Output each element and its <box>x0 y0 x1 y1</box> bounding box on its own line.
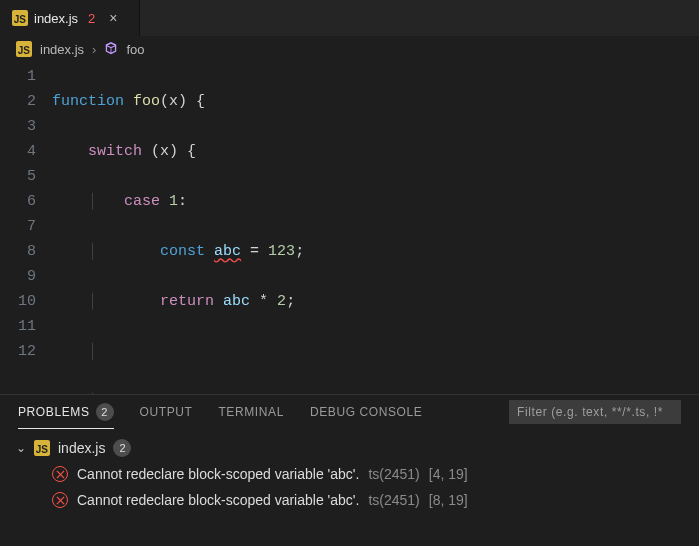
code-line: │ const abc = 123; <box>52 239 699 264</box>
problem-code: ts(2451) <box>368 492 419 508</box>
problems-file-count: 2 <box>113 439 131 457</box>
breadcrumb-file[interactable]: index.js <box>40 42 84 57</box>
symbol-icon <box>104 41 118 58</box>
line-number: 8 <box>0 239 36 264</box>
chevron-down-icon: ⌄ <box>16 441 26 455</box>
breadcrumb: JS index.js › foo <box>0 36 699 62</box>
tab-error-count: 2 <box>84 11 95 26</box>
line-number: 10 <box>0 289 36 314</box>
bottom-panel: PROBLEMS 2 OUTPUT TERMINAL DEBUG CONSOLE… <box>0 394 699 546</box>
problem-message: Cannot redeclare block-scoped variable '… <box>77 466 359 482</box>
problems-filter-input[interactable]: Filter (e.g. text, **/*.ts, !* <box>509 400 681 424</box>
tab-filename: index.js <box>34 11 78 26</box>
breadcrumb-separator-icon: › <box>92 42 96 57</box>
tab-debug-console[interactable]: DEBUG CONSOLE <box>310 395 423 429</box>
js-file-icon: JS <box>12 10 28 26</box>
js-file-icon: JS <box>16 41 32 57</box>
code-line: │ return abc * 2; <box>52 289 699 314</box>
problem-item[interactable]: Cannot redeclare block-scoped variable '… <box>10 461 699 487</box>
panel-tabs: PROBLEMS 2 OUTPUT TERMINAL DEBUG CONSOLE… <box>0 395 699 429</box>
code-line: function foo(x) { <box>52 89 699 114</box>
line-number: 9 <box>0 264 36 289</box>
line-number: 7 <box>0 214 36 239</box>
line-number: 12 <box>0 339 36 364</box>
js-file-icon: JS <box>34 440 50 456</box>
problems-file-name: index.js <box>58 440 105 456</box>
code-line: │ case 1: <box>52 189 699 214</box>
problem-code: ts(2451) <box>368 466 419 482</box>
line-number: 5 <box>0 164 36 189</box>
problems-list: ⌄ JS index.js 2 Cannot redeclare block-s… <box>0 429 699 546</box>
breadcrumb-symbol[interactable]: foo <box>126 42 144 57</box>
tab-terminal[interactable]: TERMINAL <box>218 395 283 429</box>
problem-location: [8, 19] <box>429 492 468 508</box>
code-line: switch (x) { <box>52 139 699 164</box>
line-number: 2 <box>0 89 36 114</box>
line-number: 4 <box>0 139 36 164</box>
problems-count-badge: 2 <box>96 403 114 421</box>
problems-file-row[interactable]: ⌄ JS index.js 2 <box>10 435 699 461</box>
editor-tab[interactable]: JS index.js 2 × <box>0 0 140 36</box>
line-number: 3 <box>0 114 36 139</box>
problem-item[interactable]: Cannot redeclare block-scoped variable '… <box>10 487 699 513</box>
code-line: │ <box>52 339 699 364</box>
tab-problems[interactable]: PROBLEMS 2 <box>18 395 114 429</box>
tab-bar: JS index.js 2 × <box>0 0 699 36</box>
line-number: 1 <box>0 64 36 89</box>
tab-problems-label: PROBLEMS <box>18 405 90 419</box>
line-number: 11 <box>0 314 36 339</box>
error-icon <box>52 466 68 482</box>
close-icon[interactable]: × <box>109 10 117 26</box>
tab-output[interactable]: OUTPUT <box>140 395 193 429</box>
problem-message: Cannot redeclare block-scoped variable '… <box>77 492 359 508</box>
error-icon <box>52 492 68 508</box>
line-number: 6 <box>0 189 36 214</box>
problem-location: [4, 19] <box>429 466 468 482</box>
